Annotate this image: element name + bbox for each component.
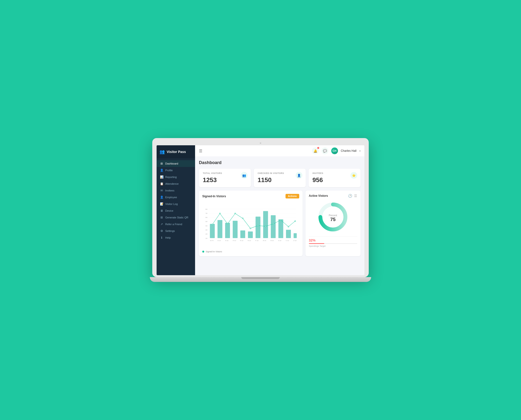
sidebar-item-dashboard[interactable]: ⊞ Dashboard (156, 160, 195, 167)
chevron-down-icon[interactable]: ▾ (359, 150, 361, 152)
sidebar-item-label: Attendence (165, 182, 179, 185)
svg-text:12 Jan: 12 Jan (293, 240, 297, 241)
brand-icon: 👥 (159, 149, 165, 154)
active-visitors-header: Active Vistors 🕐 ☰ (309, 194, 357, 198)
svg-rect-16 (210, 224, 215, 238)
sidebar-item-label: Visitor Log (165, 202, 178, 205)
sidebar-item-label: Settings (165, 230, 175, 232)
sidebar-item-invitees[interactable]: ✉ Invitees (156, 187, 195, 194)
svg-text:03 Jan: 03 Jan (225, 240, 229, 241)
checked-in-icon: 👤 (296, 172, 302, 179)
donut-container: Percent 75 (309, 200, 357, 234)
sidebar-item-label: Help (165, 236, 171, 239)
svg-point-29 (219, 213, 220, 214)
signed-in-chart-title: Signed-In Vistors (202, 195, 226, 198)
main-content: ☰ 🔔 💬 CH Charles Hall ▾ (195, 145, 365, 275)
dashboard-icon: ⊞ (160, 162, 163, 165)
sidebar-item-attendence[interactable]: 📋 Attendence (156, 180, 195, 187)
invitees-value: 956 (313, 176, 357, 184)
sidebar-item-help[interactable]: ℹ Help (156, 234, 195, 241)
active-visitors-card: Active Vistors 🕐 ☰ (305, 190, 361, 256)
dashboard-area: Dashboard TOTAL VISITORS 1253 👥 CHECKED … (195, 156, 365, 275)
laptop-camera (260, 142, 261, 144)
svg-point-37 (280, 220, 281, 221)
chart-header: Signed-In Vistors Actions (202, 194, 299, 198)
svg-point-30 (227, 224, 228, 225)
actions-button[interactable]: Actions (285, 194, 299, 198)
sidebar-item-label: Profile (165, 169, 173, 172)
svg-text:11 Jan: 11 Jan (286, 240, 289, 241)
bar-chart: 800 700 600 500 400 300 200 100 (202, 201, 299, 249)
svg-rect-20 (240, 231, 245, 238)
svg-rect-23 (263, 211, 268, 238)
total-visitors-value: 1253 (203, 176, 247, 184)
clock-icon[interactable]: 🕐 (348, 194, 352, 198)
page-title: Dashboard (199, 160, 361, 165)
stat-cards: TOTAL VISITORS 1253 👥 CHECKED IN VISITOR… (199, 169, 361, 187)
sidebar-item-device[interactable]: 🖥 Device (156, 207, 195, 214)
sidebar-item-visitor-log[interactable]: 📝 Visitor Log (156, 201, 195, 207)
sidebar-item-label: Device (165, 209, 173, 212)
svg-text:400: 400 (205, 225, 208, 227)
sidebar-item-label: Employee (165, 196, 177, 199)
svg-point-28 (212, 224, 213, 225)
refer-icon: ↗ (160, 223, 163, 226)
sidebar-brand[interactable]: 👥 Visitor Pass (156, 145, 195, 158)
sidebar-nav: ⊞ Dashboard 👤 Profile 📊 Reporting 📋 Atte… (156, 158, 195, 275)
sidebar-item-label: Refer a Friend (165, 223, 182, 226)
menu-icon[interactable]: ☰ (354, 194, 357, 198)
legend-label: Signed-In Vistors (206, 250, 222, 253)
donut-label-text: Percent (329, 214, 337, 217)
svg-point-38 (288, 226, 289, 227)
spending-section: 32% Spendings Target (309, 236, 357, 247)
charts-row: Signed-In Vistors Actions 800 700 600 50… (199, 190, 361, 256)
svg-point-39 (295, 221, 296, 222)
sidebar-item-generate-qr[interactable]: ⊞ Generate Static QR (156, 214, 195, 221)
svg-rect-26 (286, 230, 291, 238)
svg-text:07 Jan: 07 Jan (255, 240, 259, 241)
qr-icon: ⊞ (160, 216, 163, 219)
checked-in-value: 1150 (258, 176, 302, 184)
spending-percent: 32% (309, 238, 357, 242)
sidebar-item-label: Reporting (165, 176, 177, 179)
notifications-button[interactable]: 🔔 (312, 147, 319, 154)
svg-text:200: 200 (205, 233, 208, 235)
svg-rect-19 (233, 221, 238, 238)
svg-rect-24 (271, 215, 276, 238)
svg-text:09 Jan: 09 Jan (270, 240, 274, 241)
sidebar-item-reporting[interactable]: 📊 Reporting (156, 174, 195, 180)
brand-name: Visitor Pass (167, 150, 186, 154)
svg-text:700: 700 (205, 213, 208, 214)
messages-button[interactable]: 💬 (322, 147, 328, 154)
notification-badge (317, 147, 319, 149)
svg-rect-22 (255, 217, 260, 238)
topbar-left: ☰ (199, 149, 202, 153)
sidebar-item-profile[interactable]: 👤 Profile (156, 167, 195, 174)
svg-text:300: 300 (205, 229, 208, 231)
total-visitors-icon: 👥 (241, 172, 247, 179)
sidebar-item-refer-friend[interactable]: ↗ Refer a Friend (156, 221, 195, 228)
sidebar-item-settings[interactable]: ⚙ Settings (156, 228, 195, 234)
invitees-label: INVITEES (313, 172, 357, 174)
checked-in-label: CHECKED IN VISITORS (258, 172, 302, 174)
svg-rect-27 (294, 233, 297, 238)
sidebar-item-employee[interactable]: 👤 Employee (156, 194, 195, 201)
sidebar-item-label: Generate Static QR (165, 216, 188, 219)
svg-text:600: 600 (205, 217, 208, 218)
svg-rect-17 (217, 220, 222, 238)
attendence-icon: 📋 (160, 182, 163, 186)
chart-legend: Signed-In Vistors (202, 250, 299, 253)
sidebar: 👥 Visitor Pass ⊞ Dashboard 👤 Profile 📊 R… (156, 145, 195, 275)
laptop-base (150, 277, 371, 282)
svg-point-32 (242, 218, 243, 219)
reporting-icon: 📊 (160, 175, 163, 179)
hamburger-icon[interactable]: ☰ (199, 149, 202, 153)
invitees-icon: ⭐ (350, 172, 357, 179)
svg-text:500: 500 (205, 221, 208, 222)
total-visitors-label: TOTAL VISITORS (203, 172, 247, 174)
profile-icon: 👤 (160, 169, 163, 172)
svg-point-36 (273, 224, 274, 225)
topbar-right: 🔔 💬 CH Charles Hall ▾ (312, 147, 361, 154)
sidebar-item-label: Invitees (165, 189, 174, 192)
svg-point-31 (235, 213, 236, 214)
